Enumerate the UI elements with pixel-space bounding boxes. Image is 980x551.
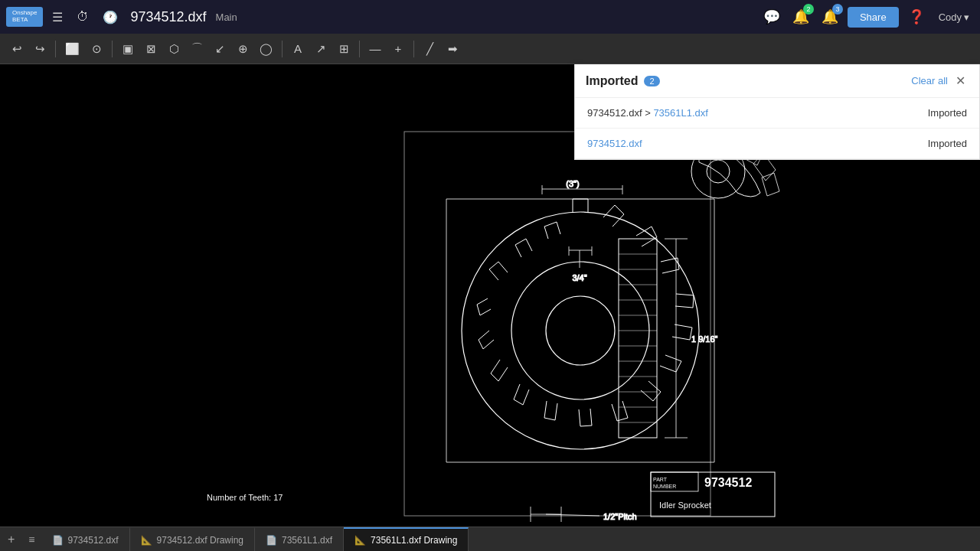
document-filename: 9734512.dxf (130, 9, 206, 25)
notification-close-button[interactable]: ✕ (952, 72, 969, 90)
notif-file-link-1[interactable]: 73561L1.dxf (653, 107, 708, 119)
tab-label-3: 73561L1.dxf (282, 535, 332, 546)
main-toolbar: ↩ ↪ ⬜ ⊙ ▣ ⊠ ⬡ ⌒ ↙ ⊕ ◯ A ↗ ⊞ — + ╱ ➡ (0, 34, 980, 64)
bottom-tabs-bar: + ≡ 📄 9734512.dxf 📐 9734512.dxf Drawing … (0, 527, 980, 551)
hamburger-menu-button[interactable]: ☰ (47, 7, 67, 28)
select-tool[interactable]: ⬜ (60, 38, 84, 60)
notification-panel: Imported 2 Clear all ✕ 9734512.dxf > 735… (574, 64, 980, 160)
toolbar-sep-4 (359, 41, 360, 57)
notification-count: 2 (644, 76, 659, 86)
share-button[interactable]: Share (848, 7, 899, 28)
clock-button[interactable]: 🕐 (98, 7, 122, 28)
notif-file-prefix: 9734512.dxf > (587, 107, 653, 119)
user-name: Cody (939, 11, 962, 23)
line-tool[interactable]: ╱ (419, 38, 440, 60)
main-area: (3") 3/4" 1/2"Pitch (0, 64, 980, 527)
redo-button[interactable]: ↪ (29, 38, 51, 60)
tab-icon-1: 📄 (52, 535, 64, 546)
element-tool-5[interactable]: ↙ (209, 38, 230, 60)
minus-tool[interactable]: — (364, 38, 386, 60)
arrow-tool[interactable]: ➡ (442, 38, 463, 60)
tab-9734512-dxf[interactable]: 📄 9734512.dxf (41, 527, 130, 551)
svg-text:Idler Sprocket: Idler Sprocket (659, 500, 711, 510)
svg-text:Number of Teeth: 17: Number of Teeth: 17 (207, 493, 283, 502)
notification-status-2: Imported (906, 138, 967, 149)
user-menu-button[interactable]: Cody ▾ (934, 8, 974, 26)
help-button[interactable]: ❓ (905, 5, 928, 28)
notification-row-2: 9734512.dxf Imported (575, 129, 979, 159)
notif-file-link-2[interactable]: 9734512.dxf (587, 138, 642, 149)
tab-9734512-drawing[interactable]: 📐 9734512.dxf Drawing (130, 527, 255, 551)
updates-badge: 3 (832, 4, 843, 15)
notification-header: Imported 2 Clear all ✕ (575, 64, 979, 98)
notification-row: 9734512.dxf > 73561L1.dxf Imported (575, 98, 979, 129)
tab-list-button[interactable]: ≡ (22, 527, 41, 551)
tab-label-4: 73561L1.dxf Drawing (371, 535, 457, 546)
element-tool-1[interactable]: ▣ (117, 38, 139, 60)
notification-row-text: 9734512.dxf > 73561L1.dxf (587, 107, 906, 119)
grid-tool[interactable]: ⊞ (333, 38, 354, 60)
element-tool-3[interactable]: ⬡ (163, 38, 185, 60)
svg-text:3/4": 3/4" (572, 273, 586, 282)
svg-text:(3"): (3") (566, 179, 579, 188)
svg-text:1 9/16": 1 9/16" (691, 334, 718, 344)
branch-name: Main (216, 11, 237, 23)
svg-text:PART: PART (653, 477, 668, 482)
user-chevron-icon: ▾ (964, 11, 969, 23)
chat-button[interactable]: 💬 (760, 5, 783, 28)
toolbar-sep-1 (55, 41, 56, 57)
tab-label-2: 9734512.dxf Drawing (157, 535, 243, 546)
notification-badge: 2 (803, 4, 814, 15)
tab-icon-3: 📄 (266, 535, 277, 546)
tab-icon-4: 📐 (354, 535, 366, 546)
element-tool-4[interactable]: ⌒ (186, 38, 207, 60)
notifications-button[interactable]: 🔔 2 (789, 5, 812, 28)
history-button[interactable]: ⏱ (72, 7, 93, 27)
element-tool-2[interactable]: ⊠ (140, 38, 162, 60)
tab-73561L1-dxf[interactable]: 📄 73561L1.dxf (255, 527, 344, 551)
clear-all-button[interactable]: Clear all (906, 73, 952, 88)
select-loop-tool[interactable]: ⊙ (86, 38, 107, 60)
dimension-tool[interactable]: ↗ (310, 38, 332, 60)
notification-row-text-2: 9734512.dxf (587, 138, 906, 149)
notification-status-1: Imported (906, 107, 967, 119)
svg-text:9734512: 9734512 (704, 476, 752, 489)
tab-73561L1-drawing[interactable]: 📐 73561L1.dxf Drawing (344, 527, 469, 551)
logo-beta: BETA (12, 17, 37, 24)
svg-text:NUMBER: NUMBER (653, 484, 676, 489)
topnav-right-actions: 💬 🔔 2 🔔 3 Share ❓ Cody ▾ (760, 5, 974, 28)
add-tab-button[interactable]: + (0, 527, 22, 551)
text-tool[interactable]: A (287, 38, 309, 60)
notification-title: Imported (586, 74, 638, 88)
circle-tool[interactable]: ◯ (255, 38, 277, 60)
tab-icon-2: 📐 (141, 535, 152, 546)
element-tool-6[interactable]: ⊕ (232, 38, 253, 60)
tab-label-1: 9734512.dxf (68, 535, 119, 546)
topnav: Onshape BETA ☰ ⏱ 🕐 9734512.dxf Main 💬 🔔 … (0, 0, 980, 34)
svg-text:1/2"Pitch: 1/2"Pitch (603, 512, 637, 521)
toolbar-sep-3 (282, 41, 283, 57)
onshape-logo: Onshape BETA (6, 7, 43, 27)
toolbar-sep-5 (413, 41, 414, 57)
toolbar-sep-2 (112, 41, 113, 57)
updates-button[interactable]: 🔔 3 (818, 5, 841, 28)
undo-button[interactable]: ↩ (6, 38, 28, 60)
plus-tool[interactable]: + (387, 38, 409, 60)
